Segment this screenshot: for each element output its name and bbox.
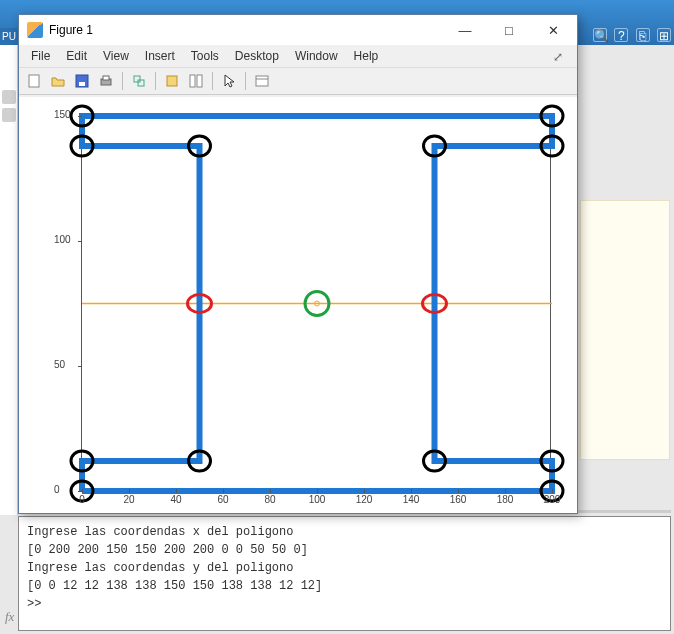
toolbar-separator: [212, 72, 213, 90]
svg-rect-0: [29, 75, 39, 87]
svg-rect-2: [79, 82, 85, 86]
xtick-label: 0: [79, 494, 85, 505]
xtick-label: 80: [264, 494, 275, 505]
toolbar-separator: [155, 72, 156, 90]
print-icon[interactable]: [95, 70, 117, 92]
menu-view[interactable]: View: [95, 47, 137, 65]
copy-icon[interactable]: ⎘: [636, 28, 650, 42]
prefs-icon[interactable]: [161, 70, 183, 92]
menu-insert[interactable]: Insert: [137, 47, 183, 65]
xtick-label: 200: [544, 494, 561, 505]
xtick-label: 120: [356, 494, 373, 505]
panel-icon[interactable]: [251, 70, 273, 92]
ide-left-gutter: [0, 45, 18, 515]
layout-icon[interactable]: ⊞: [657, 28, 671, 42]
menu-desktop[interactable]: Desktop: [227, 47, 287, 65]
xtick-label: 140: [403, 494, 420, 505]
fx-icon[interactable]: fx: [5, 607, 14, 627]
svg-rect-4: [103, 76, 109, 80]
xtick-label: 60: [217, 494, 228, 505]
matlab-icon: [27, 22, 43, 38]
svg-rect-5: [134, 76, 140, 82]
svg-rect-10: [256, 76, 268, 86]
ytick-label: 150: [54, 109, 71, 120]
menubar: File Edit View Insert Tools Desktop Wind…: [19, 45, 577, 67]
svg-rect-6: [138, 80, 144, 86]
ide-tooltip-panel: [580, 200, 670, 460]
xtick-label: 180: [497, 494, 514, 505]
maximize-button[interactable]: □: [487, 16, 531, 44]
console-line: Ingrese las coordendas x del poligono: [27, 523, 662, 541]
open-icon[interactable]: [47, 70, 69, 92]
xtick-label: 100: [309, 494, 326, 505]
titlebar[interactable]: Figure 1 — □ ✕: [19, 15, 577, 45]
link-icon[interactable]: [128, 70, 150, 92]
console-line: Ingrese las coordendas y del poligono: [27, 559, 662, 577]
new-icon[interactable]: [23, 70, 45, 92]
close-button[interactable]: ✕: [531, 16, 575, 44]
svg-rect-7: [167, 76, 177, 86]
menu-file[interactable]: File: [23, 47, 58, 65]
menu-tools[interactable]: Tools: [183, 47, 227, 65]
toolbar-separator: [245, 72, 246, 90]
ide-quick-icons: 🔍 ? ⎘ ⊞: [589, 28, 671, 44]
window-title: Figure 1: [49, 23, 443, 37]
svg-rect-9: [197, 75, 202, 87]
menu-window[interactable]: Window: [287, 47, 346, 65]
xtick-label: 160: [450, 494, 467, 505]
figure-toolbar: [19, 67, 577, 95]
minimize-button[interactable]: —: [443, 16, 487, 44]
menu-help[interactable]: Help: [346, 47, 387, 65]
console-prompt[interactable]: >>: [27, 595, 662, 613]
figure-window: Figure 1 — □ ✕ File Edit View Insert Too…: [18, 14, 578, 514]
dock-icon[interactable]: ⤢: [545, 48, 571, 66]
help-icon[interactable]: ?: [614, 28, 628, 42]
gutter-icon[interactable]: [2, 90, 16, 104]
command-window[interactable]: Ingrese las coordendas x del poligono [0…: [18, 516, 671, 631]
ytick-label: 0: [54, 484, 60, 495]
pointer-icon[interactable]: [218, 70, 240, 92]
ytick-label: 50: [54, 359, 65, 370]
toolbar-separator: [122, 72, 123, 90]
plot-area[interactable]: 020406080100120140160180200050100150: [19, 97, 577, 513]
plot-canvas: [82, 116, 550, 489]
console-line: [0 200 200 150 150 200 200 0 0 50 50 0]: [27, 541, 662, 559]
console-line: [0 0 12 12 138 138 150 150 138 138 12 12…: [27, 577, 662, 595]
menu-edit[interactable]: Edit: [58, 47, 95, 65]
svg-rect-8: [190, 75, 195, 87]
save-icon[interactable]: [71, 70, 93, 92]
axes[interactable]: 020406080100120140160180200050100150: [81, 115, 551, 490]
gutter-icon[interactable]: [2, 108, 16, 122]
xtick-label: 40: [170, 494, 181, 505]
layout-icon[interactable]: [185, 70, 207, 92]
ide-tab-pu[interactable]: PU: [0, 28, 18, 46]
search-icon[interactable]: 🔍: [593, 28, 607, 42]
ytick-label: 100: [54, 234, 71, 245]
xtick-label: 20: [123, 494, 134, 505]
